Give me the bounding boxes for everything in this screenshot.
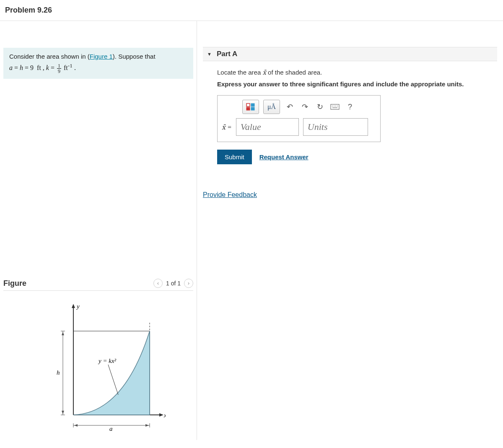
collapse-icon: ▼: [207, 52, 212, 57]
help-button[interactable]: ?: [345, 100, 355, 114]
submit-button[interactable]: Submit: [217, 150, 252, 164]
svg-line-7: [108, 365, 118, 395]
x-axis-label: x: [163, 412, 166, 419]
svg-marker-3: [159, 413, 163, 417]
svg-marker-12: [62, 411, 64, 414]
figure-svg: y x y = kx²: [31, 298, 166, 432]
svg-rect-21: [251, 107, 254, 110]
figure-link[interactable]: Figure 1: [90, 53, 113, 60]
infobox-text-pre: Consider the area shown in (: [9, 53, 90, 60]
undo-button[interactable]: ↶: [284, 100, 295, 114]
part-header[interactable]: ▼ Part A: [203, 47, 497, 61]
problem-statement: Consider the area shown in (Figure 1). S…: [3, 48, 193, 79]
value-input[interactable]: [236, 118, 299, 136]
figure-prev-button[interactable]: ‹: [153, 279, 163, 288]
part-body: Locate the area x̄ of the shaded area. E…: [197, 61, 503, 178]
problem-title: Problem 9.26: [5, 6, 498, 15]
svg-rect-20: [246, 107, 250, 110]
xbar-equals: x̄ =: [222, 118, 232, 136]
instructions: Express your answer to three significant…: [217, 80, 490, 88]
answer-input-row: x̄ =: [218, 118, 380, 142]
svg-marker-17: [145, 424, 149, 427]
y-axis-label: y: [76, 303, 80, 310]
infobox-text-post: ). Suppose that: [113, 53, 156, 60]
h-label: h: [57, 369, 60, 376]
svg-marker-11: [62, 332, 64, 335]
answer-box: μÅ ↶ ↷ ↻ ?: [217, 95, 381, 142]
redo-button[interactable]: ↷: [299, 100, 310, 114]
svg-marker-1: [72, 304, 75, 308]
figure-counter: 1 of 1: [166, 280, 181, 287]
answer-area: μÅ ↶ ↷ ↻ ?: [217, 95, 490, 164]
units-button[interactable]: μÅ: [263, 100, 280, 114]
svg-rect-22: [331, 104, 339, 109]
figure-title: Figure: [3, 279, 26, 288]
request-answer-link[interactable]: Request Answer: [259, 153, 309, 161]
figure-nav: ‹ 1 of 1 ›: [153, 279, 193, 288]
figure-section: Figure ‹ 1 of 1 › y x: [0, 274, 197, 440]
units-input[interactable]: [303, 118, 368, 136]
prompt-text: Locate the area x̄ of the shaded area.: [217, 69, 490, 76]
figure-body: y x y = kx²: [3, 293, 193, 436]
reset-button[interactable]: ↻: [314, 100, 325, 114]
left-column: Consider the area shown in (Figure 1). S…: [0, 21, 197, 440]
curve-label: y = kx²: [98, 357, 117, 364]
problem-header: Problem 9.26: [0, 0, 503, 21]
columns: Consider the area shown in (Figure 1). S…: [0, 21, 503, 440]
figure-next-button[interactable]: ›: [184, 279, 193, 288]
svg-rect-19: [251, 104, 254, 106]
right-column: ▼ Part A Locate the area x̄ of the shade…: [197, 21, 503, 440]
given-equation: a = h = 9 ft , k = 19 ft-1 .: [9, 64, 76, 71]
keyboard-button[interactable]: [329, 100, 340, 114]
svg-marker-16: [74, 424, 78, 427]
templates-button[interactable]: [242, 100, 259, 114]
figure-header: Figure ‹ 1 of 1 ›: [3, 279, 193, 291]
svg-rect-18: [246, 104, 250, 106]
part-title: Part A: [217, 50, 237, 58]
provide-feedback-link[interactable]: Provide Feedback: [203, 191, 257, 199]
answer-toolbar: μÅ ↶ ↷ ↻ ?: [218, 96, 380, 118]
submit-row: Submit Request Answer: [217, 150, 490, 164]
a-label: a: [109, 425, 113, 432]
